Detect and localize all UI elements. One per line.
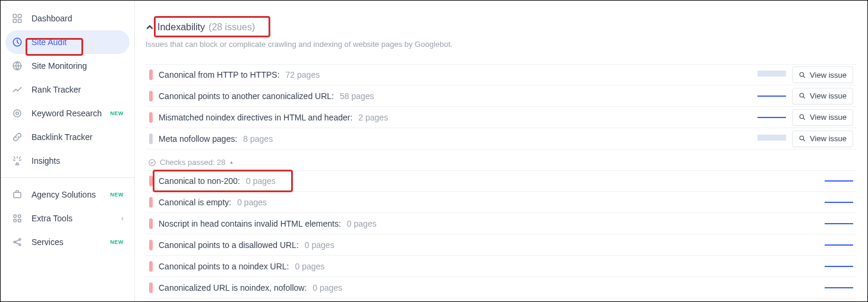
view-issue-button[interactable]: View issue	[792, 131, 853, 147]
new-badge: NEW	[111, 192, 124, 198]
checks-passed-toggle[interactable]: Checks passed: 28 ▲	[146, 150, 857, 170]
new-badge: NEW	[111, 239, 124, 245]
sidebar-item-site audit[interactable]: Site Audit	[5, 30, 130, 54]
main-content: Indexability (28 issues) Issues that can…	[135, 1, 867, 301]
issue-row[interactable]: Canonical points to another canonicalize…	[146, 85, 857, 107]
severity-indicator	[149, 261, 153, 272]
agency-icon	[11, 189, 23, 201]
issue-label: Canonicalized URL is noindex, nofollow:	[159, 283, 307, 293]
highlight-annotation	[26, 38, 83, 56]
issue-label: Canonical is empty:	[159, 198, 231, 207]
severity-indicator	[149, 91, 153, 101]
issue-count: 58 pages	[340, 91, 374, 101]
view-issue-label: View issue	[810, 91, 847, 100]
audit-icon	[11, 36, 23, 48]
issue-row[interactable]: Meta nofollow pages: 8 pages View issue	[146, 128, 857, 150]
sidebar-item-label: Extra Tools	[31, 214, 113, 223]
severity-indicator	[149, 240, 153, 250]
severity-indicator	[149, 282, 153, 293]
sidebar-divider	[1, 177, 134, 178]
sidebar-item-label: Insights	[31, 156, 124, 166]
sidebar-item-label: Services	[31, 237, 102, 247]
issue-count: 72 pages	[286, 70, 320, 80]
sidebar-item-label: Site Monitoring	[31, 61, 124, 71]
issue-row[interactable]: Noscript in head contains invalid HTML e…	[146, 213, 857, 234]
issue-label: Meta nofollow pages:	[159, 134, 237, 144]
svg-point-0	[149, 159, 156, 166]
sparkline	[757, 113, 786, 122]
sidebar-item-label: Site Audit	[31, 37, 124, 47]
sidebar-item-dashboard[interactable]: Dashboard	[1, 7, 134, 30]
view-issue-button[interactable]: View issue	[792, 109, 853, 126]
sidebar-item-agency solutions[interactable]: Agency Solutions NEW	[1, 183, 134, 206]
issue-count: 0 pages	[313, 283, 342, 293]
new-badge: NEW	[111, 110, 124, 116]
issue-count: 0 pages	[305, 240, 334, 250]
sparkline	[757, 92, 786, 100]
view-issue-label: View issue	[810, 134, 847, 143]
view-issue-button[interactable]: View issue	[792, 66, 853, 83]
issue-row[interactable]: Canonical is empty: 0 pages	[146, 192, 857, 213]
checks-passed-label: Checks passed: 28	[160, 158, 226, 167]
sparkline	[825, 241, 853, 249]
sidebar-item-label: Agency Solutions	[31, 190, 102, 199]
search-icon	[798, 113, 806, 121]
issue-count: 0 pages	[246, 176, 276, 186]
issue-row[interactable]: Canonicalized URL is noindex, nofollow: …	[146, 277, 857, 298]
issue-label: Noscript in head contains invalid HTML e…	[159, 219, 341, 228]
issue-row[interactable]: Canonical from HTTP to HTTPS: 72 pages V…	[146, 64, 857, 85]
issue-label: Canonical points to a disallowed URL:	[159, 240, 299, 250]
issue-count: 0 pages	[295, 262, 324, 271]
caret-up-icon: ▲	[229, 160, 234, 165]
sidebar-item-site monitoring[interactable]: Site Monitoring	[1, 54, 134, 78]
search-icon	[798, 71, 806, 79]
sidebar-item-extra tools[interactable]: Extra Tools ›	[1, 206, 134, 230]
monitoring-icon	[11, 60, 23, 72]
issue-label: Canonical points to another canonicalize…	[159, 91, 334, 101]
view-issue-label: View issue	[810, 71, 847, 80]
section-issue-count: (28 issues)	[209, 22, 255, 33]
tools-icon	[11, 212, 23, 224]
section-header[interactable]: Indexability (28 issues)	[146, 18, 255, 36]
sidebar-item-backlink tracker[interactable]: Backlink Tracker	[1, 125, 134, 149]
issue-row[interactable]: Canonical to non-200: 0 pages	[146, 170, 857, 192]
issue-list-passed: Canonical to non-200: 0 pages Canonical …	[146, 170, 857, 298]
keyword-icon	[11, 107, 23, 119]
issue-count: 8 pages	[243, 134, 273, 144]
issue-label: Canonical from HTTP to HTTPS:	[159, 70, 280, 80]
sparkline	[825, 198, 853, 206]
issue-row[interactable]: Canonical points to a disallowed URL: 0 …	[146, 234, 857, 256]
rank-icon	[11, 84, 23, 96]
chevron-right-icon: ›	[121, 214, 124, 222]
section-title: Indexability	[157, 22, 205, 33]
dashboard-icon	[11, 12, 23, 24]
severity-indicator	[149, 112, 153, 123]
issue-count: 0 pages	[237, 198, 267, 207]
sparkline	[825, 262, 853, 271]
issue-label: Canonical to non-200:	[159, 176, 240, 186]
severity-indicator	[149, 133, 153, 144]
insights-icon	[11, 155, 23, 167]
sidebar-item-keyword research[interactable]: Keyword Research NEW	[1, 101, 134, 125]
search-icon	[798, 135, 806, 142]
severity-indicator	[149, 69, 153, 80]
sidebar-item-insights[interactable]: Insights	[1, 149, 134, 173]
issue-row[interactable]: Canonical points to a noindex URL: 0 pag…	[146, 256, 857, 277]
sparkline	[757, 135, 786, 143]
issue-label: Mismatched noindex directives in HTML an…	[159, 113, 352, 122]
sidebar-item-rank tracker[interactable]: Rank Tracker	[1, 78, 134, 101]
check-circle-icon	[148, 158, 156, 167]
severity-indicator	[149, 176, 153, 186]
issue-count: 0 pages	[347, 219, 377, 228]
backlink-icon	[11, 131, 23, 143]
severity-indicator	[149, 197, 153, 208]
search-icon	[798, 92, 806, 100]
section-description: Issues that can block or complicate craw…	[146, 40, 857, 49]
services-icon	[11, 236, 23, 248]
sidebar-item-services[interactable]: Services NEW	[1, 230, 134, 254]
issue-row[interactable]: Mismatched noindex directives in HTML an…	[146, 107, 857, 128]
sparkline	[825, 177, 853, 185]
issue-count: 2 pages	[358, 113, 388, 122]
sidebar-item-label: Backlink Tracker	[31, 132, 124, 142]
view-issue-button[interactable]: View issue	[792, 88, 853, 104]
